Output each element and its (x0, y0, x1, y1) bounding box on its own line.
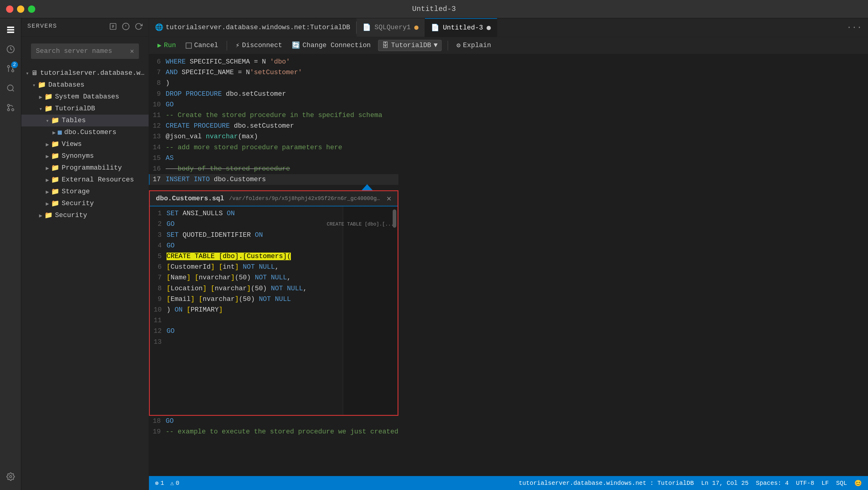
search-input[interactable] (36, 48, 130, 55)
tab-dirty-dot (487, 26, 491, 30)
search-clear-icon[interactable]: ✕ (130, 47, 134, 55)
activity-source-control[interactable]: 2 (2, 60, 19, 77)
peek-create-hint: CREATE TABLE [dbo].[... (327, 222, 394, 227)
tab-modified-dot (414, 26, 418, 30)
code-line-15: 15 AS (149, 153, 398, 163)
tab-sqlquery1-label: SQLQuery1 (374, 24, 411, 31)
tree-tutorialdb[interactable]: ▾ 📁 TutorialDB (21, 103, 149, 115)
storage-label: Storage (62, 188, 90, 195)
peek-line-7: 7 [Name] [nvarchar](50) NOT NULL, (150, 272, 343, 283)
activity-servers[interactable] (2, 21, 19, 38)
peek-filepath: /var/folders/9p/x5j8hphj42x95f26rn6r_gc4… (229, 195, 382, 202)
maximize-button[interactable] (28, 5, 35, 13)
disconnect-icon[interactable] (122, 23, 130, 32)
status-spaces[interactable]: Spaces: 4 (756, 480, 789, 487)
code-line-16: 16 -- body of the stored procedure (149, 163, 398, 174)
database-dropdown[interactable]: 🗄 TutorialDB ▼ (378, 40, 442, 51)
tree-external-resources[interactable]: ▶ 📁 External Resources (21, 174, 149, 186)
tab-sqlquery1[interactable]: 📄 SQLQuery1 (356, 18, 425, 37)
status-line-ending[interactable]: LF (822, 480, 829, 487)
title-bar: Untitled-3 (0, 0, 868, 18)
chevron-right-icon: ▶ (37, 94, 44, 100)
tree-security-server[interactable]: ▶ 📁 Security (21, 209, 149, 221)
status-bar: ⊗ 1 ⚠ 0 tutorialserver.database.windows.… (149, 476, 868, 490)
status-position[interactable]: Ln 17, Col 25 (701, 480, 749, 487)
change-conn-label: Change Connection (302, 42, 370, 49)
status-smiley[interactable]: 😊 (854, 479, 862, 487)
code-line-11: 11 -- Create the stored procedure in the… (149, 110, 398, 121)
tree-security-tutorialdb[interactable]: ▶ 📁 Security (21, 197, 149, 209)
tree-dbo-customers[interactable]: ▶ ▦ dbo.Customers (21, 126, 149, 138)
peek-panel-container: dbo.Customers.sql /var/folders/9p/x5j8hp… (149, 185, 398, 416)
refresh-icon[interactable] (135, 23, 143, 32)
tables-label: Tables (62, 117, 86, 124)
peek-line-12: 12 GO (150, 326, 343, 336)
code-line-6: 6 WHERE SPECIFIC_SCHEMA = N 'dbo' (149, 57, 398, 67)
tree-programmability[interactable]: ▶ 📁 Programmability (21, 162, 149, 174)
disconnect-button[interactable]: ⚡ Disconnect (233, 40, 284, 51)
status-encoding[interactable]: UTF-8 (796, 480, 814, 487)
peek-arrow (362, 184, 373, 190)
tab-untitled3[interactable]: 📄 Untitled-3 (425, 18, 497, 37)
warning-count: 0 (176, 480, 179, 487)
svg-line-8 (12, 90, 14, 91)
activity-history[interactable] (2, 41, 19, 58)
status-server[interactable]: tutorialserver.database.windows.net : Tu… (519, 480, 694, 487)
peek-close-button[interactable]: ✕ (386, 194, 392, 203)
sidebar-header: SERVERS (21, 18, 149, 37)
chevron-right-icon: ▶ (44, 153, 51, 160)
server-status-label: tutorialserver.database.windows.net : Tu… (519, 480, 694, 487)
new-query-icon[interactable] (109, 23, 117, 32)
tree-server[interactable]: ▾ 🖥 tutorialserver.database.windows.... (21, 67, 149, 79)
connection-label: tutorialserver.database.windows.net:Tuto… (166, 24, 350, 31)
chevron-right-icon: ▶ (37, 212, 44, 219)
activity-search[interactable] (2, 80, 19, 97)
peek-line-11: 11 (150, 315, 343, 326)
explain-button[interactable]: ⚙ Explain (454, 40, 494, 51)
minimize-button[interactable] (17, 5, 24, 13)
editor-area: 🌐 tutorialserver.database.windows.net:Tu… (149, 18, 868, 490)
views-label: Views (62, 141, 82, 148)
close-button[interactable] (6, 5, 13, 13)
tree-tables[interactable]: ▾ 📁 Tables (21, 115, 149, 126)
error-count: 1 (160, 480, 164, 487)
code-line-12: 12 CREATE PROCEDURE dbo.setCustomer (149, 121, 398, 131)
security-server-label: Security (55, 212, 87, 219)
run-button[interactable]: ▶ Run (155, 40, 178, 51)
language-label: SQL (836, 480, 847, 487)
code-line-17: 17 INSERT INTO dbo.Customers (149, 174, 398, 185)
status-errors[interactable]: ⊗ 1 (155, 479, 164, 487)
folder-icon: 📁 (44, 104, 53, 113)
dbo-customers-label: dbo.Customers (64, 129, 116, 136)
smiley-icon: 😊 (854, 479, 862, 487)
status-right: tutorialserver.database.windows.net : Tu… (519, 479, 862, 487)
chevron-right-icon: ▶ (44, 141, 51, 148)
status-language[interactable]: SQL (836, 480, 847, 487)
svg-point-7 (7, 85, 13, 91)
peek-code-area[interactable]: 1 SET ANSI_NULLS ON 2 GO (150, 206, 343, 415)
synonyms-label: Synonyms (62, 152, 94, 160)
tree-storage[interactable]: ▶ 📁 Storage (21, 186, 149, 197)
change-connection-button[interactable]: 🔄 Change Connection (289, 40, 373, 51)
server-search-box[interactable]: ✕ (31, 43, 139, 59)
peek-panel: dbo.Customers.sql /var/folders/9p/x5j8hp… (149, 190, 398, 416)
tree-synonyms[interactable]: ▶ 📁 Synonyms (21, 150, 149, 162)
tab-bar: 🌐 tutorialserver.database.windows.net:Tu… (149, 18, 868, 37)
tree-databases[interactable]: ▾ 📁 Databases (21, 79, 149, 91)
cancel-button[interactable]: Cancel (183, 40, 221, 51)
svg-rect-0 (7, 27, 14, 28)
run-icon: ▶ (157, 41, 161, 50)
tutorialdb-label: TutorialDB (55, 105, 95, 113)
run-label: Run (164, 42, 176, 49)
tree-system-databases[interactable]: ▶ 📁 System Databases (21, 91, 149, 103)
encoding-label: UTF-8 (796, 480, 814, 487)
more-tabs-button[interactable]: ··· (841, 23, 868, 32)
tab-untitled-icon: 📄 (431, 24, 439, 32)
status-warnings[interactable]: ⚠ 0 (170, 479, 179, 487)
chevron-right-icon: ▶ (44, 200, 51, 207)
activity-git[interactable] (2, 99, 19, 116)
code-line-7: 7 AND SPECIFIC_NAME = N'setCustomer' (149, 67, 398, 78)
tree-views[interactable]: ▶ 📁 Views (21, 138, 149, 150)
code-area[interactable]: 6 WHERE SPECIFIC_SCHEMA = N 'dbo' 7 AND … (149, 54, 868, 476)
activity-settings[interactable] (2, 468, 19, 485)
